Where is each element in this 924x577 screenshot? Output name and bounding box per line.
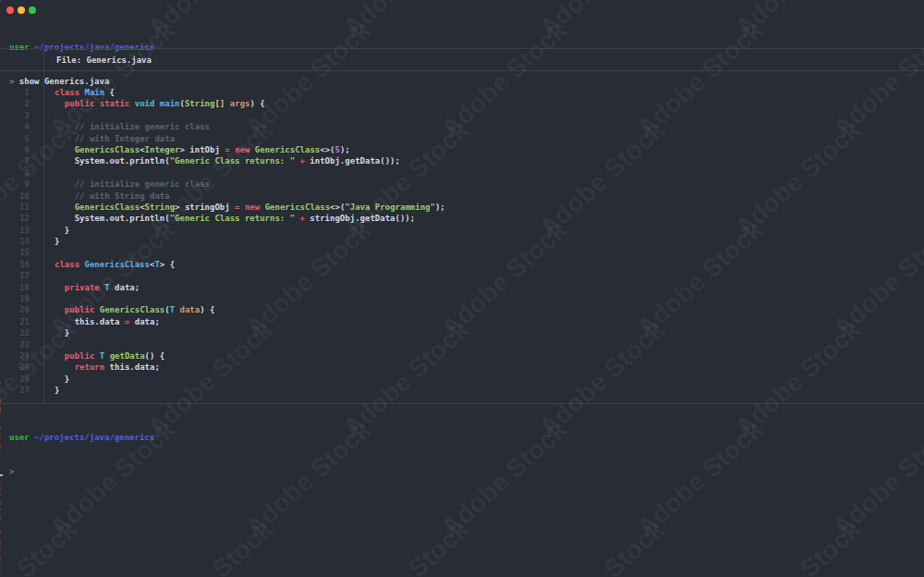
code-token-pln [55, 134, 75, 143]
code-token-cmt: // with Integer data [75, 134, 175, 143]
code-line: // with String data [55, 190, 924, 202]
code-token-kw: private [65, 283, 100, 292]
code-token-kw: class [55, 260, 79, 269]
line-number: 2 [0, 98, 30, 109]
code-token-pln: System.out.println( [55, 156, 170, 166]
code-line [55, 247, 924, 258]
code-token-pln: data; [110, 283, 140, 292]
line-number-gutter: 1234567891011121314151617181920212223242… [0, 71, 44, 403]
code-token-cls: main [160, 99, 180, 108]
gutter-spacer [0, 49, 44, 70]
line-number: 10 [0, 190, 30, 202]
line-number: 3 [0, 110, 30, 121]
watermark-tile: Adobe Stock [729, 0, 867, 43]
code-token-pln: } [55, 226, 69, 235]
code-token-grn: GenericsClass [265, 203, 330, 212]
line-number: 7 [0, 155, 30, 166]
line-number: 18 [0, 282, 30, 293]
stock-id-watermark: Adobe Stock | #759041599 [0, 378, 5, 574]
code-line: GenericsClass<Integer> intObj = new Gene… [55, 144, 924, 155]
code-line [55, 167, 924, 178]
code-token-pln: } [55, 237, 59, 246]
code-token-kw: return [75, 362, 105, 372]
code-token-op: = [220, 145, 235, 154]
code-token-pln: <>( [330, 203, 345, 212]
code-token-grn: getData [110, 351, 145, 361]
watermark-tile: Adobe Stock [729, 515, 867, 577]
prompt-block-bottom: user ~/projects/java/generics > [9, 409, 154, 500]
line-number: 8 [0, 167, 30, 178]
watermark-tile: Adobe Stock [239, 415, 377, 543]
code-line: public T getData() { [55, 350, 924, 362]
code-token-pln: <>( [320, 145, 334, 154]
line-number: 15 [0, 247, 30, 258]
code-token-grn: GenericsClass [255, 145, 320, 154]
prompt-user: user [9, 433, 30, 442]
code-token-pln: data; [135, 317, 160, 326]
code-token-pln [55, 99, 65, 108]
code-token-pln: > intObj [180, 145, 220, 154]
code-token-brk: [] [214, 99, 225, 108]
code-token-str: "Java Programming" [345, 203, 435, 212]
code-token-pln: } [55, 328, 69, 338]
line-number: 16 [0, 259, 30, 270]
code-token-grn: Integer [145, 145, 180, 154]
prompt-line-input[interactable]: > [9, 466, 154, 477]
code-token-pln: ) { [200, 305, 214, 314]
code-line [55, 339, 924, 350]
line-number: 14 [0, 236, 30, 247]
code-token-pln: () { [145, 351, 165, 361]
code-token-pln: } [55, 386, 59, 395]
watermark-tile: Adobe Stock [533, 515, 671, 577]
code-token-str: "Generic Class returns: " [170, 156, 295, 166]
close-window-icon[interactable] [6, 6, 14, 14]
code-token-kw: new [235, 145, 249, 154]
code-token-pln [55, 283, 65, 292]
prompt-path: ~/projects/java/generics [34, 433, 154, 442]
code-token-pln [55, 145, 75, 154]
code-line: GenericsClass<String> stringObj = new Ge… [55, 202, 924, 213]
code-line: this.data = data; [55, 316, 924, 327]
code-line: } [55, 374, 924, 385]
code-line: System.out.println("Generic Class return… [55, 155, 924, 166]
code-token-cmt: // initialize generic class [75, 179, 210, 189]
code-line: // initialize generic class [55, 121, 924, 132]
code-token-pln: intObj.getData()); [310, 156, 400, 166]
watermark-tile: Adobe Stock [435, 415, 573, 543]
code-token-pln [55, 191, 75, 201]
code-token-op: + [295, 214, 310, 223]
line-number: 22 [0, 327, 30, 338]
file-header: File: Generics.java [0, 48, 924, 71]
code-token-pln: ) { [249, 99, 264, 108]
code-token-arg: args [230, 99, 250, 108]
code-token-grn: GenericsClass [75, 145, 140, 154]
code-line: // initialize generic class [55, 178, 924, 190]
line-number: 5 [0, 133, 30, 144]
code-token-op: = [119, 317, 134, 326]
code-token-kw: class [55, 88, 79, 97]
code-line: class GenericsClass<T> { [55, 259, 924, 270]
watermark-tile: Adobe Stock [337, 515, 475, 577]
code-line: } [55, 225, 924, 236]
watermark-tile: Adobe Stock [631, 415, 769, 543]
prompt-line-cwd: user ~/projects/java/generics [9, 432, 154, 443]
code-token-kw: new [245, 203, 260, 212]
zoom-window-icon[interactable] [29, 6, 36, 14]
watermark-tile: Adobe Stock [827, 415, 924, 543]
terminal-window[interactable]: Adobe StockAdobe StockAdobe StockAdobe S… [0, 0, 924, 577]
line-number: 11 [0, 202, 30, 213]
code-token-pln: } [55, 374, 69, 384]
code-token-pln [55, 362, 75, 372]
code-token-kw: public [65, 99, 95, 108]
code-token-cmt: // initialize generic class [75, 122, 210, 131]
minimize-window-icon[interactable] [18, 6, 25, 14]
code-token-op: + [295, 156, 310, 166]
code-token-cls: GenericsClass [85, 260, 150, 269]
code-line: } [55, 327, 924, 338]
code-token-pln [55, 179, 75, 189]
code-line: private T data; [55, 282, 924, 293]
watermark-tile: Adobe Stock [0, 515, 83, 577]
code-line: public static void main(String[] args) { [55, 98, 924, 109]
code-token-pln: { [104, 88, 115, 97]
code-token-grn: GenericsClass [75, 203, 140, 212]
